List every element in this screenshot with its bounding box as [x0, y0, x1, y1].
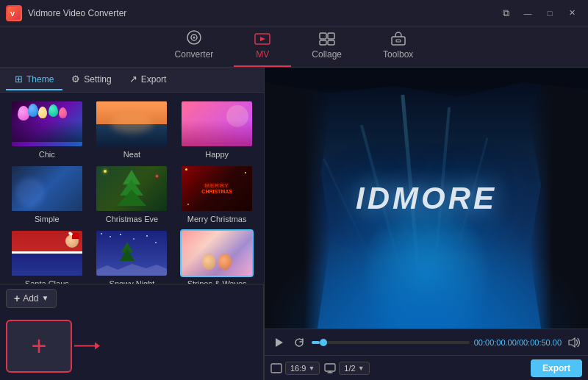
- tile-button[interactable]: ⧉: [495, 6, 516, 21]
- theme-santa-claus-thumb: [10, 229, 84, 277]
- drop-zone-arrow: [74, 337, 100, 354]
- theme-snowy-night[interactable]: Snowy Night: [90, 226, 175, 284]
- progress-dot[interactable]: [320, 339, 327, 346]
- setting-tab-icon: ⚙: [71, 74, 80, 85]
- nav-converter[interactable]: Converter: [154, 25, 234, 67]
- play-button[interactable]: [270, 334, 287, 351]
- theme-grid-scroll[interactable]: Chic Neat: [0, 93, 264, 284]
- nav-toolbox[interactable]: Toolbox: [362, 26, 434, 67]
- maximize-button[interactable]: □: [539, 6, 560, 21]
- ratio-value: 16:9: [290, 364, 306, 373]
- nav-collage-label: Collage: [312, 49, 342, 60]
- ratio-icon: [270, 363, 282, 373]
- theme-snowy-night-thumb: [95, 229, 168, 277]
- svg-marker-13: [95, 342, 100, 349]
- nav-converter-label: Converter: [175, 49, 214, 60]
- svg-marker-14: [276, 338, 283, 347]
- theme-stripes-waves-thumb: [180, 229, 254, 277]
- preview-area: IDMORE: [265, 68, 588, 329]
- theme-simple-label: Simple: [35, 215, 60, 223]
- replay-button[interactable]: [291, 334, 307, 351]
- preview-title: IDMORE: [356, 181, 497, 216]
- theme-santa-claus[interactable]: Santa Claus: [4, 226, 90, 284]
- svg-rect-8: [320, 40, 326, 45]
- theme-chic[interactable]: Chic: [4, 97, 90, 162]
- page-area: 1/2 ▼: [324, 362, 369, 375]
- theme-christmas-eve-label: Christmas Eve: [106, 215, 159, 223]
- theme-merry-christmas-thumb: MERRY CHRISTMAS: [180, 165, 254, 212]
- tab-export[interactable]: ↗ Export: [121, 69, 176, 90]
- svg-rect-10: [392, 37, 405, 45]
- monitor-icon: [324, 363, 336, 373]
- title-bar: V Vidmore Video Converter ⧉ — □ ✕: [0, 0, 588, 26]
- theme-happy-label: Happy: [205, 150, 229, 159]
- main-content: ⊞ Theme ⚙ Setting ↗ Export: [0, 68, 588, 380]
- toolbox-icon: [390, 31, 406, 48]
- svg-rect-16: [271, 364, 282, 373]
- theme-merry-christmas-label: Merry Christmas: [187, 215, 247, 223]
- preview-background: IDMORE: [265, 68, 588, 329]
- ratio-area: 16:9 ▼: [270, 362, 320, 375]
- drop-zone[interactable]: +: [6, 320, 72, 373]
- theme-christmas-eve-thumb: [95, 165, 168, 212]
- export-tab-label: Export: [141, 74, 167, 85]
- bottom-glow: [265, 224, 588, 329]
- theme-chic-thumb: [10, 100, 84, 148]
- mv-icon: [254, 32, 270, 48]
- ratio-selector[interactable]: 16:9 ▼: [285, 362, 320, 375]
- drop-zone-area: +: [0, 312, 264, 380]
- tab-theme[interactable]: ⊞ Theme: [6, 69, 62, 90]
- export-tab-icon: ↗: [129, 74, 137, 85]
- export-button[interactable]: Export: [531, 359, 582, 377]
- theme-merry-christmas[interactable]: MERRY CHRISTMAS Merry Christmas: [174, 162, 259, 226]
- theme-happy[interactable]: Happy: [174, 97, 259, 162]
- theme-neat[interactable]: Neat: [90, 97, 175, 162]
- nav-collage[interactable]: Collage: [291, 28, 362, 67]
- right-panel: IDMORE 00:00:00.00/00:00:50.00: [265, 68, 588, 380]
- svg-rect-6: [320, 33, 326, 39]
- collage-icon: [319, 32, 335, 48]
- nav-bar: Converter MV Collage: [0, 26, 588, 68]
- close-button[interactable]: ✕: [562, 6, 582, 21]
- page-value: 1/2: [344, 364, 355, 373]
- theme-stripes-waves[interactable]: Stripes & Waves: [174, 226, 259, 284]
- theme-chic-label: Chic: [39, 150, 55, 159]
- progress-bar[interactable]: [312, 341, 470, 344]
- theme-neat-thumb: [95, 100, 168, 148]
- theme-tab-icon: ⊞: [15, 74, 23, 85]
- theme-simple-thumb: [10, 165, 84, 212]
- left-panel: ⊞ Theme ⚙ Setting ↗ Export: [0, 68, 265, 380]
- page-selector[interactable]: 1/2 ▼: [339, 362, 369, 375]
- page-dropdown-icon: ▼: [358, 365, 365, 372]
- add-label: Add: [23, 293, 38, 304]
- volume-button[interactable]: [566, 334, 582, 351]
- ratio-dropdown-icon: ▼: [308, 365, 315, 372]
- theme-happy-thumb: [180, 100, 254, 148]
- app-title: Vidmore Video Converter: [28, 8, 495, 18]
- add-icon: +: [14, 293, 20, 304]
- time-display: 00:00:00.00/00:00:50.00: [474, 338, 562, 347]
- svg-rect-9: [328, 40, 334, 45]
- svg-text:V: V: [10, 10, 15, 18]
- theme-neat-label: Neat: [123, 150, 140, 159]
- minimize-button[interactable]: —: [517, 6, 538, 21]
- drop-zone-plus-icon: +: [31, 333, 46, 359]
- sub-nav: ⊞ Theme ⚙ Setting ↗ Export: [0, 68, 264, 93]
- app-logo: V: [6, 5, 22, 21]
- nav-toolbox-label: Toolbox: [383, 49, 413, 60]
- setting-tab-label: Setting: [84, 74, 111, 85]
- cave-visual: IDMORE: [265, 68, 588, 329]
- tab-setting[interactable]: ⚙ Setting: [62, 69, 120, 90]
- add-button-bar: + Add ▼: [0, 284, 264, 312]
- add-media-button[interactable]: + Add ▼: [6, 289, 57, 308]
- controls-bar: 00:00:00.00/00:00:50.00: [265, 329, 588, 355]
- theme-tab-label: Theme: [26, 74, 54, 85]
- nav-mv-label: MV: [256, 49, 269, 60]
- theme-simple[interactable]: Simple: [4, 162, 90, 226]
- window-controls: ⧉ — □ ✕: [495, 6, 582, 21]
- svg-rect-11: [396, 40, 401, 42]
- svg-rect-17: [325, 364, 335, 371]
- progress-fill: [312, 341, 320, 344]
- nav-mv[interactable]: MV: [234, 28, 291, 67]
- theme-christmas-eve[interactable]: Christmas Eve: [90, 162, 175, 226]
